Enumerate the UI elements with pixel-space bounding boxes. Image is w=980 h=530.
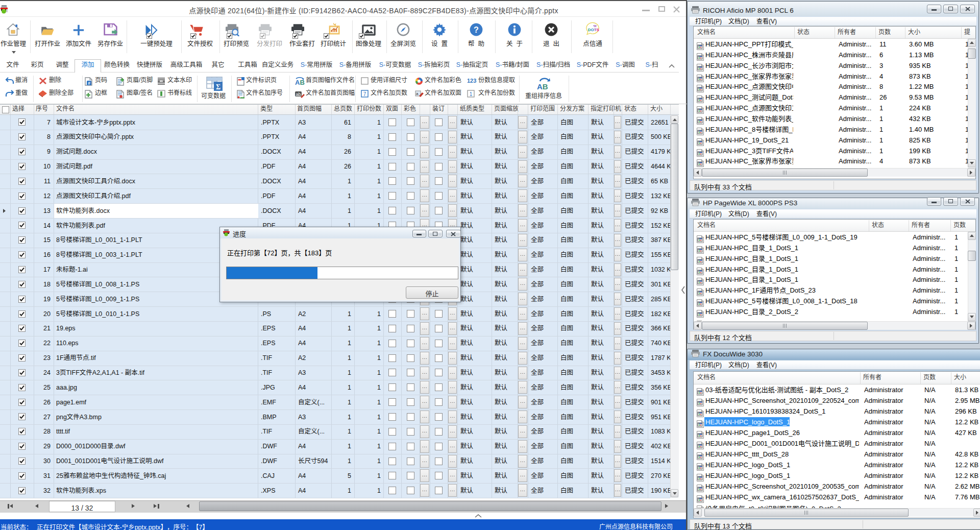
svg-text:7: 7 xyxy=(363,91,366,97)
svg-text:1: 1 xyxy=(470,91,473,97)
svg-text:DOTS: DOTS xyxy=(588,28,599,32)
svg-text:#: # xyxy=(88,81,90,86)
svg-text:?: ? xyxy=(474,25,479,34)
svg-text:Σ: Σ xyxy=(216,83,220,91)
svg-text:AB: AB xyxy=(537,82,548,90)
svg-text:a: a xyxy=(416,91,419,96)
svg-text:ab: ab xyxy=(296,92,301,97)
svg-text:AB: AB xyxy=(295,79,305,85)
svg-text:123: 123 xyxy=(467,78,476,84)
